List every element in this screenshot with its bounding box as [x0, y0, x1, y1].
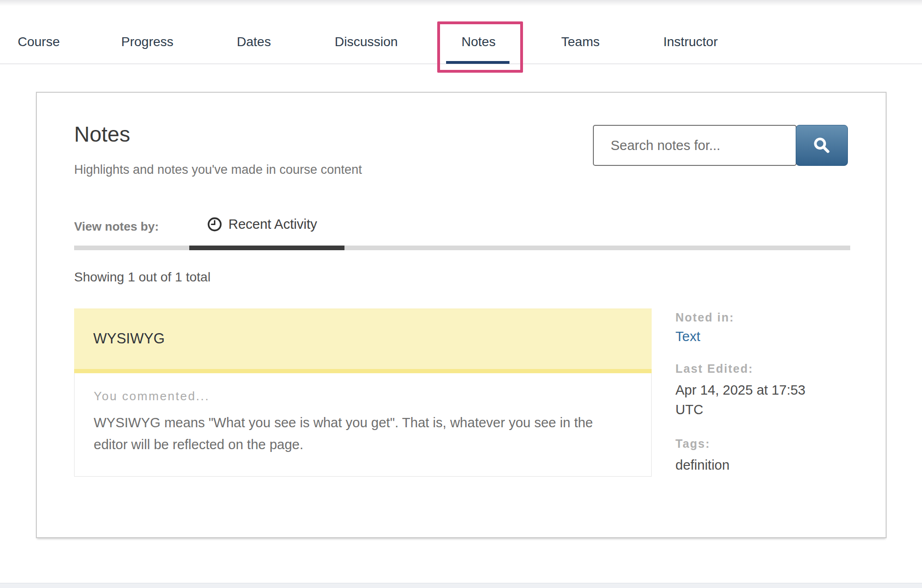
page-subtitle: Highlights and notes you've made in cour…	[74, 163, 362, 177]
search-button[interactable]	[796, 125, 848, 166]
tab-notes[interactable]: Notes	[461, 34, 495, 49]
view-tabs-track	[74, 246, 850, 250]
tags-group: Tags: definition	[675, 437, 829, 475]
search-icon	[812, 136, 831, 155]
active-view-tab-indicator	[189, 246, 344, 250]
tab-instructor[interactable]: Instructor	[663, 34, 718, 49]
note-meta-column: Noted in: Text Last Edited: Apr 14, 2025…	[675, 311, 829, 492]
view-notes-by-label: View notes by:	[74, 219, 159, 234]
clock-icon	[207, 217, 222, 232]
notes-page: Course Progress Dates Discussion Notes T…	[0, 0, 922, 588]
note-card: WYSIWYG You commented... WYSIWYG means "…	[74, 308, 652, 477]
note-highlight-text: WYSIWYG	[93, 330, 165, 347]
active-tab-underline	[446, 61, 509, 64]
last-edited-group: Last Edited: Apr 14, 2025 at 17:53 UTC	[675, 362, 829, 419]
tab-recent-activity[interactable]: Recent Activity	[207, 217, 317, 232]
tab-teams[interactable]: Teams	[561, 34, 599, 49]
search-notes-input[interactable]	[593, 125, 797, 166]
noted-in-link[interactable]: Text	[675, 329, 700, 344]
note-highlight-header[interactable]: WYSIWYG	[74, 308, 652, 369]
page-title: Notes	[74, 122, 130, 147]
last-edited-label: Last Edited:	[675, 362, 829, 376]
tab-discussion[interactable]: Discussion	[335, 34, 398, 49]
comment-label: You commented...	[94, 389, 632, 403]
noted-in-group: Noted in: Text	[675, 311, 829, 344]
notes-panel: Notes Highlights and notes you've made i…	[36, 92, 887, 538]
tags-label: Tags:	[675, 437, 829, 451]
tags-value: definition	[675, 455, 829, 475]
recent-activity-label: Recent Activity	[228, 217, 317, 232]
comment-text: WYSIWYG means "What you see is what you …	[94, 412, 616, 456]
note-body: You commented... WYSIWYG means "What you…	[74, 373, 652, 477]
note-highlight-strip	[74, 369, 652, 373]
tab-course[interactable]: Course	[18, 34, 60, 49]
noted-in-label: Noted in:	[675, 311, 829, 324]
footer-strip	[0, 583, 922, 588]
tab-dates[interactable]: Dates	[237, 34, 271, 49]
tab-progress[interactable]: Progress	[121, 34, 173, 49]
results-count: Showing 1 out of 1 total	[74, 270, 211, 285]
last-edited-value: Apr 14, 2025 at 17:53 UTC	[675, 380, 829, 419]
course-tab-bar: Course Progress Dates Discussion Notes T…	[0, 6, 922, 64]
header-shadow	[0, 0, 922, 6]
